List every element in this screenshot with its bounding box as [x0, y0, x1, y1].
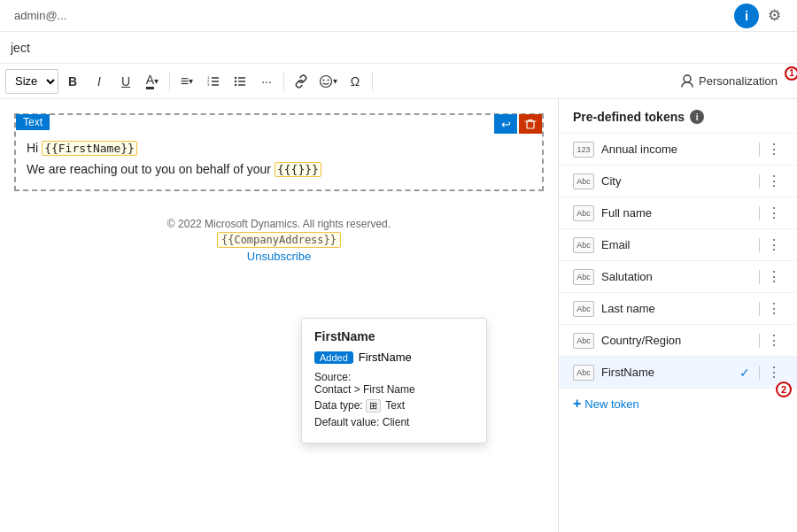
token-more-button[interactable]: ⋮ [765, 171, 783, 191]
link-button[interactable] [289, 69, 313, 94]
emoji-button[interactable]: ▾ [315, 69, 341, 94]
text-block[interactable]: Text ↩ Hi {{FirstName}} We are reaching … [14, 113, 544, 191]
toolbar-divider-1 [169, 72, 170, 91]
token-type-icon: Abc [573, 269, 594, 285]
svg-text:3.: 3. [207, 82, 210, 87]
company-address-token[interactable]: {{CompanyAddress}} [217, 232, 341, 248]
token-divider [759, 366, 760, 380]
personalization-label: Personalization [699, 74, 778, 88]
info-icon[interactable]: i [734, 4, 759, 28]
underline-button[interactable]: U [113, 69, 138, 94]
added-token-name: FirstName [359, 351, 412, 364]
main-area: Text ↩ Hi {{FirstName}} We are reaching … [0, 99, 797, 532]
token-item-firstname[interactable]: Abc FirstName ✓ ⋮ [559, 356, 797, 388]
svg-rect-15 [527, 121, 534, 128]
token-type-icon: Abc [573, 333, 594, 349]
more-button[interactable]: ··· [254, 69, 279, 94]
copyright-text: © 2022 Microsoft Dynamics. All rights re… [14, 218, 544, 230]
gear-button[interactable]: ⚙ [766, 4, 783, 27]
editor-area: Text ↩ Hi {{FirstName}} We are reaching … [0, 99, 558, 532]
token-name: FirstName [601, 366, 739, 379]
svg-point-10 [235, 80, 236, 81]
right-panel: Pre-defined tokens i 123 Annual income ⋮… [558, 99, 797, 532]
token-divider [759, 143, 760, 157]
datatype-icon: ⊞ [366, 399, 381, 412]
token-divider [759, 334, 760, 348]
font-size-select[interactable]: Size [5, 69, 58, 94]
token-divider [759, 302, 760, 316]
toolbar-divider-3 [372, 72, 373, 91]
new-token-badge: 2 [776, 382, 792, 397]
svg-point-13 [323, 79, 325, 81]
unsubscribe-link[interactable]: Unsubscribe [247, 250, 311, 263]
firstname-token[interactable]: {{FirstName}} [42, 141, 137, 156]
token-name: Last name [601, 302, 754, 315]
token-more-button[interactable]: ⋮ [765, 139, 783, 159]
text-block-delete-button[interactable] [519, 114, 542, 134]
token-name: Email [601, 238, 754, 251]
footer-area: © 2022 Microsoft Dynamics. All rights re… [14, 209, 544, 272]
tooltip-title: FirstName [314, 329, 474, 343]
panel-title: Pre-defined tokens i [559, 110, 797, 133]
token-type-icon: Abc [573, 205, 594, 221]
token-divider [759, 238, 760, 252]
token-type-icon: Abc [573, 301, 594, 317]
bold-button[interactable]: B [60, 69, 85, 94]
subject-bar: ject [0, 32, 797, 64]
token-type-icon: Abc [573, 237, 594, 253]
token-item-annual-income[interactable]: 123 Annual income ⋮ [559, 133, 797, 165]
token-item-city[interactable]: Abc City ⋮ [559, 165, 797, 197]
svg-point-12 [321, 75, 332, 87]
token-more-button[interactable]: ⋮ [765, 266, 783, 287]
toolbar-divider-2 [283, 72, 284, 91]
svg-point-9 [235, 76, 236, 78]
token-item-full-name[interactable]: Abc Full name ⋮ [559, 197, 797, 228]
ordered-list-button[interactable]: 1.2.3. [201, 69, 226, 94]
token-divider [759, 174, 760, 189]
new-token-label: New token [584, 397, 638, 411]
token-more-button[interactable]: ⋮ [765, 362, 783, 382]
special-char-button[interactable]: Ω [343, 69, 368, 94]
personalization-badge: 1 [785, 66, 797, 81]
tooltip-default-row: Default value: Client [314, 416, 474, 428]
token-more-button[interactable]: ⋮ [765, 330, 783, 351]
unordered-list-button[interactable] [228, 69, 252, 94]
token-name: City [601, 174, 754, 188]
partial-token[interactable]: {{{}}} [275, 162, 321, 177]
text-block-actions: ↩ [494, 114, 542, 134]
tooltip-datatype-row: Data type: ⊞ Text [314, 399, 474, 412]
token-type-icon: Abc [573, 173, 594, 189]
panel-info-icon[interactable]: i [690, 110, 704, 124]
text-line-1: Hi {{FirstName}} [27, 138, 531, 159]
text-block-back-button[interactable]: ↩ [494, 114, 517, 134]
font-color-button[interactable]: A ▾ [140, 69, 165, 94]
token-more-button[interactable]: ⋮ [765, 235, 783, 255]
token-item-country-region[interactable]: Abc Country/Region ⋮ [559, 324, 797, 356]
plus-icon: + [573, 396, 581, 412]
text-block-label: Text [16, 114, 50, 130]
text-line-2: We are reaching out to you on behalf of … [27, 159, 531, 181]
token-item-salutation[interactable]: Abc Salutation ⋮ [559, 260, 797, 292]
token-more-button[interactable]: ⋮ [765, 203, 783, 223]
token-name: Annual income [601, 143, 754, 156]
top-bar: admin@... i ⚙ [0, 0, 797, 32]
personalization-button[interactable]: Personalization 1 [679, 73, 792, 89]
token-divider [759, 270, 760, 284]
svg-point-11 [235, 83, 236, 85]
token-more-button[interactable]: ⋮ [765, 298, 783, 319]
tooltip-added-row: Added FirstName [314, 351, 474, 364]
token-name: Salutation [601, 270, 754, 283]
new-token-row[interactable]: + New token 2 [559, 388, 797, 419]
token-type-icon: Abc [573, 365, 594, 381]
user-email: admin@... [14, 9, 727, 22]
token-name: Country/Region [601, 334, 754, 347]
italic-button[interactable]: I [87, 69, 112, 94]
added-badge: Added [314, 351, 353, 364]
tooltip-source-row: Source: Contact > First Name [314, 371, 474, 396]
token-item-last-name[interactable]: Abc Last name ⋮ [559, 292, 797, 324]
subject-text: ject [11, 41, 30, 55]
text-content: Hi {{FirstName}} We are reaching out to … [27, 138, 531, 181]
align-button[interactable]: ≡▾ [174, 69, 199, 94]
token-item-email[interactable]: Abc Email ⋮ [559, 228, 797, 260]
token-type-icon: 123 [573, 142, 594, 158]
